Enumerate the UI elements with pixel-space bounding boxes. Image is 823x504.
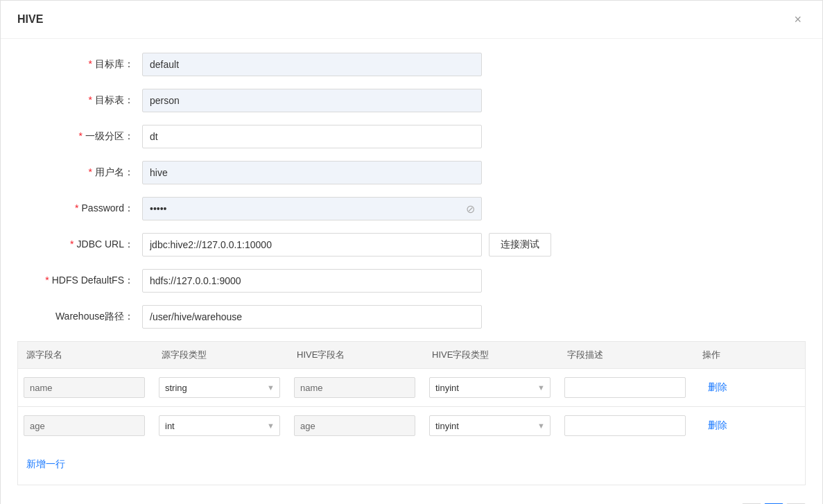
dialog-title: HIVE: [17, 13, 43, 26]
jdbc-label: *JDBC URL：: [17, 238, 142, 251]
col-header-hive-name: HIVE字段名: [288, 342, 424, 368]
source-type-select-wrapper-1: string int bigint float double ▼: [159, 377, 280, 398]
source-name-cell-2: [18, 412, 153, 439]
hive-name-input-2[interactable]: [294, 415, 415, 436]
required-star-user: *: [89, 166, 92, 177]
hive-type-select-wrapper-1: tinyint smallint int bigint string ▼: [429, 377, 551, 398]
password-row: *Password： ⊘: [17, 197, 806, 220]
col-header-hive-type: HIVE字段类型: [424, 342, 559, 368]
hdfs-label: *HDFS DefaultFS：: [17, 275, 142, 287]
hive-type-cell-2: tinyint smallint int bigint string ▼: [424, 412, 559, 439]
dialog: HIVE × *目标库： *目标表： *一级分区：: [0, 0, 823, 504]
source-name-input-1[interactable]: [24, 377, 145, 398]
col-header-desc: 字段描述: [559, 342, 694, 368]
hdfs-row: *HDFS DefaultFS：: [17, 269, 806, 293]
pagination: < 1 >: [1, 492, 822, 504]
dialog-body: *目标库： *目标表： *一级分区： *用户名：: [1, 39, 822, 492]
source-name-cell-1: [18, 374, 153, 401]
desc-cell-1: [559, 374, 694, 401]
username-row: *用户名：: [17, 161, 806, 184]
jdbc-input[interactable]: [142, 233, 482, 257]
hive-type-select-wrapper-2: tinyint smallint int bigint string ▼: [429, 415, 551, 436]
required-star-table: *: [89, 94, 92, 105]
password-input[interactable]: [142, 197, 482, 220]
warehouse-input[interactable]: [142, 305, 482, 329]
username-input[interactable]: [142, 161, 482, 184]
required-star-hdfs: *: [45, 275, 49, 286]
source-type-select-2[interactable]: string int bigint float double: [159, 415, 280, 436]
action-cell-2: 删除: [694, 417, 805, 435]
source-type-cell-2: string int bigint float double ▼: [153, 412, 288, 439]
test-connection-button[interactable]: 连接测试: [489, 233, 551, 257]
password-wrapper: ⊘: [142, 197, 482, 220]
col-header-source-type: 源字段类型: [153, 342, 288, 368]
eye-icon[interactable]: ⊘: [466, 202, 475, 216]
source-type-select-wrapper-2: string int bigint float double ▼: [159, 415, 280, 436]
required-star-db: *: [89, 58, 92, 69]
source-type-cell-1: string int bigint float double ▼: [153, 374, 288, 401]
target-table-label: *目标表：: [17, 94, 142, 107]
target-table-input[interactable]: [142, 89, 482, 112]
warehouse-label: Warehouse路径：: [17, 311, 142, 323]
hive-name-cell-1: [288, 374, 424, 401]
hdfs-input[interactable]: [142, 269, 482, 293]
partition-row: *一级分区：: [17, 125, 806, 148]
hive-type-cell-1: tinyint smallint int bigint string ▼: [424, 374, 559, 401]
warehouse-row: Warehouse路径：: [17, 305, 806, 329]
jdbc-row: *JDBC URL： 连接测试: [17, 233, 806, 257]
hive-name-cell-2: [288, 412, 424, 439]
jdbc-input-group: 连接测试: [142, 233, 551, 257]
dialog-header: HIVE ×: [1, 1, 822, 39]
hive-name-input-1[interactable]: [294, 377, 415, 398]
username-label: *用户名：: [17, 166, 142, 179]
field-mapping-table: 源字段名 源字段类型 HIVE字段名 HIVE字段类型 字段描述 操作 stri…: [17, 341, 806, 485]
table-header: 源字段名 源字段类型 HIVE字段名 HIVE字段类型 字段描述 操作: [17, 341, 806, 368]
desc-cell-2: [559, 412, 694, 439]
target-table-row: *目标表：: [17, 89, 806, 112]
target-db-row: *目标库：: [17, 53, 806, 76]
password-label: *Password：: [17, 202, 142, 215]
required-star-pw: *: [75, 202, 78, 214]
required-star-jdbc: *: [70, 238, 73, 250]
close-button[interactable]: ×: [790, 12, 806, 27]
hive-type-select-2[interactable]: tinyint smallint int bigint string: [429, 415, 551, 436]
desc-input-2[interactable]: [564, 415, 686, 436]
table-row: string int bigint float double ▼: [17, 368, 806, 406]
target-db-input[interactable]: [142, 53, 482, 76]
source-name-input-2[interactable]: [24, 415, 145, 436]
desc-input-1[interactable]: [564, 377, 686, 398]
col-header-source-name: 源字段名: [18, 342, 153, 368]
add-row-section: 新增一行: [17, 444, 806, 485]
add-row-button[interactable]: 新增一行: [26, 450, 65, 479]
partition-input[interactable]: [142, 125, 482, 148]
source-type-select-1[interactable]: string int bigint float double: [159, 377, 280, 398]
delete-button-2[interactable]: 删除: [700, 419, 736, 432]
hive-type-select-1[interactable]: tinyint smallint int bigint string: [429, 377, 551, 398]
action-cell-1: 删除: [694, 379, 805, 397]
target-db-label: *目标库：: [17, 58, 142, 71]
delete-button-1[interactable]: 删除: [700, 381, 736, 394]
col-header-action: 操作: [694, 342, 805, 368]
partition-label: *一级分区：: [17, 130, 142, 143]
required-star-partition: *: [79, 130, 83, 141]
table-row: string int bigint float double ▼: [17, 406, 806, 444]
